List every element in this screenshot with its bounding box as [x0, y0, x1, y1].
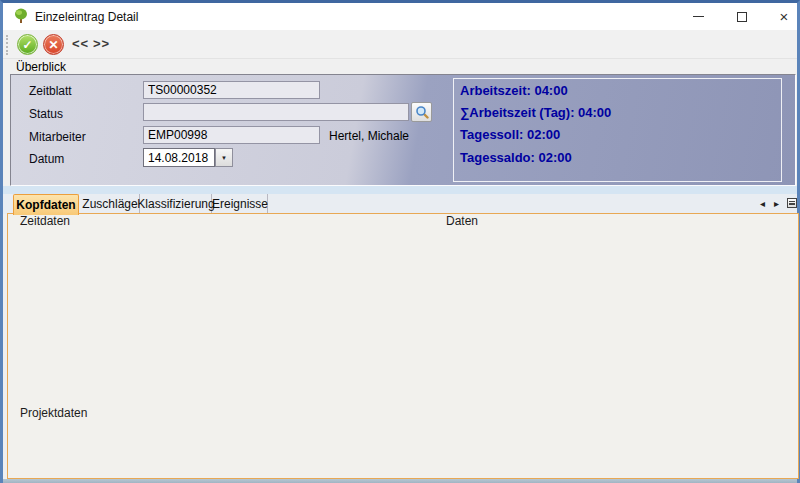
- daten-group-label: Daten: [443, 214, 481, 228]
- tab-klassifizierung[interactable]: Klassifizierung: [141, 194, 212, 214]
- title-bar: Einzeleintrag Detail ×: [3, 3, 797, 30]
- datum-field[interactable]: [143, 148, 215, 167]
- einzeleintrag-detail-window: Einzeleintrag Detail × ✓ ✕ << >> Überbli…: [0, 0, 800, 483]
- overview-group-label: Überblick: [14, 60, 68, 74]
- minimize-icon: [693, 16, 704, 17]
- mitarbeiter-label: Mitarbeiter: [29, 130, 86, 144]
- tab-scroll-left-icon[interactable]: ◂: [760, 198, 765, 209]
- time-summary-panel: Arbeitszeit: 04:00 ∑Arbeitszeit (Tag): 0…: [453, 78, 782, 182]
- arbeitszeit-summary: Arbeitszeit: 04:00: [460, 83, 568, 98]
- status-label: Status: [29, 107, 63, 121]
- tab-ereignisse[interactable]: Ereignisse: [213, 194, 268, 214]
- datum-label: Datum: [29, 152, 64, 166]
- close-button[interactable]: ×: [767, 7, 800, 26]
- magnifier-icon: [415, 105, 429, 119]
- projektdaten-group-label: Projektdaten: [17, 406, 90, 420]
- status-lookup-button[interactable]: [411, 102, 432, 122]
- zeitblatt-field[interactable]: [143, 81, 320, 99]
- window-bottom-border: [3, 479, 797, 483]
- x-icon: ✕: [48, 38, 58, 52]
- previous-entry-button[interactable]: <<: [72, 36, 89, 51]
- mitarbeiter-display-name: Hertel, Michale: [329, 129, 409, 143]
- window-title: Einzeleintrag Detail: [35, 10, 138, 24]
- zeitblatt-label: Zeitblatt: [29, 84, 72, 98]
- close-icon: ×: [780, 8, 789, 25]
- minimize-button[interactable]: [681, 7, 715, 26]
- tab-list-icon[interactable]: [787, 198, 797, 208]
- tab-scroll-right-icon[interactable]: ▸: [774, 198, 779, 209]
- dropdown-arrow-icon: ▼: [221, 155, 227, 161]
- datum-dropdown-button[interactable]: ▼: [215, 148, 233, 167]
- mitarbeiter-field[interactable]: [143, 126, 320, 144]
- maximize-icon: [737, 12, 747, 22]
- tagessoll-summary: Tagessoll: 02:00: [460, 127, 560, 142]
- toolbar: [3, 30, 797, 59]
- arbeitszeit-tag-summary: ∑Arbeitszeit (Tag): 04:00: [460, 105, 611, 120]
- tab-zuschlaege[interactable]: Zuschläge: [81, 194, 140, 214]
- next-entry-button[interactable]: >>: [93, 36, 110, 51]
- check-icon: ✓: [22, 38, 32, 52]
- separator-band: [3, 186, 797, 194]
- tab-kopfdaten[interactable]: Kopfdaten: [13, 194, 79, 215]
- toolbar-grip[interactable]: [6, 35, 9, 55]
- tree-app-icon: [13, 8, 29, 24]
- cancel-button[interactable]: ✕: [43, 34, 64, 55]
- status-field[interactable]: [143, 103, 409, 121]
- zeitdaten-group-label: Zeitdaten: [17, 214, 73, 228]
- maximize-button[interactable]: [725, 7, 759, 26]
- tagessaldo-summary: Tagessaldo: 02:00: [460, 150, 572, 165]
- kopfdaten-tab-page: [7, 213, 799, 479]
- save-ok-button[interactable]: ✓: [17, 34, 38, 55]
